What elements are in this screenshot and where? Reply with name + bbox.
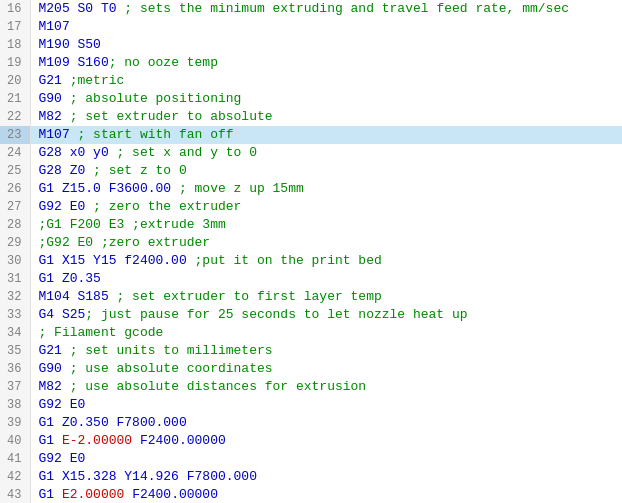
line-number: 37 [0,378,30,396]
code-line: G92 E0 [30,396,622,414]
table-row[interactable]: 21G90 ; absolute positioning [0,90,622,108]
code-segment: ; set extruder to absolute [70,109,273,124]
code-segment: ; no ooze temp [109,55,218,70]
code-line: G1 E2.00000 F2400.00000 [30,486,622,503]
table-row[interactable]: 25G28 Z0 ; set z to 0 [0,162,622,180]
code-segment: M104 S185 [39,289,117,304]
table-row[interactable]: 37M82 ; use absolute distances for extru… [0,378,622,396]
table-row[interactable]: 19M109 S160; no ooze temp [0,54,622,72]
line-number: 17 [0,18,30,36]
code-segment: G1 [39,433,62,448]
code-segment: G21 [39,73,70,88]
code-segment: M109 S160 [39,55,109,70]
table-row[interactable]: 42G1 X15.328 Y14.926 F7800.000 [0,468,622,486]
code-segment: ;G92 E0 ;zero extruder [39,235,211,250]
table-row[interactable]: 40G1 E-2.00000 F2400.00000 [0,432,622,450]
code-segment: G1 X15.328 Y14.926 F7800.000 [39,469,257,484]
line-number: 33 [0,306,30,324]
code-segment: G28 x0 y0 [39,145,117,160]
code-line: G21 ;metric [30,72,622,90]
table-row[interactable]: 36G90 ; use absolute coordinates [0,360,622,378]
table-row[interactable]: 28;G1 F200 E3 ;extrude 3mm [0,216,622,234]
code-segment: M82 [39,109,70,124]
table-row[interactable]: 20G21 ;metric [0,72,622,90]
code-line: G1 X15 Y15 f2400.00 ;put it on the print… [30,252,622,270]
code-segment: E-2.00000 [62,433,132,448]
code-line: M107 [30,18,622,36]
table-row[interactable]: 43G1 E2.00000 F2400.00000 [0,486,622,503]
code-segment: ; absolute positioning [70,91,242,106]
line-number: 30 [0,252,30,270]
line-number: 29 [0,234,30,252]
table-row[interactable]: 24G28 x0 y0 ; set x and y to 0 [0,144,622,162]
line-number: 32 [0,288,30,306]
line-number: 25 [0,162,30,180]
code-table: 16M205 S0 T0 ; sets the minimum extrudin… [0,0,622,503]
code-segment: F2400.00000 [124,487,218,502]
line-number: 39 [0,414,30,432]
code-segment: ; just pause for 25 seconds to let nozzl… [85,307,467,322]
table-row[interactable]: 30G1 X15 Y15 f2400.00 ;put it on the pri… [0,252,622,270]
code-segment: ; set x and y to 0 [117,145,257,160]
line-number: 20 [0,72,30,90]
table-row[interactable]: 18M190 S50 [0,36,622,54]
code-segment: G90 [39,91,70,106]
code-segment: G1 Z15.0 F3600.00 [39,181,179,196]
code-segment: M82 [39,379,70,394]
table-row[interactable]: 22M82 ; set extruder to absolute [0,108,622,126]
code-line: G4 S25; just pause for 25 seconds to let… [30,306,622,324]
line-number: 35 [0,342,30,360]
code-line: M190 S50 [30,36,622,54]
table-row[interactable]: 26G1 Z15.0 F3600.00 ; move z up 15mm [0,180,622,198]
code-segment: ; set extruder to first layer temp [117,289,382,304]
code-segment: G1 [39,487,62,502]
code-line: ; Filament gcode [30,324,622,342]
code-line: G28 x0 y0 ; set x and y to 0 [30,144,622,162]
table-row[interactable]: 33G4 S25; just pause for 25 seconds to l… [0,306,622,324]
table-row[interactable]: 31G1 Z0.35 [0,270,622,288]
line-number: 23 [0,126,30,144]
code-line: G90 ; use absolute coordinates [30,360,622,378]
code-line: G1 Z0.350 F7800.000 [30,414,622,432]
code-segment: ; zero the extruder [93,199,241,214]
code-segment: G1 Z0.350 F7800.000 [39,415,187,430]
code-segment: ; start with fan off [78,127,234,142]
table-row[interactable]: 41G92 E0 [0,450,622,468]
table-row[interactable]: 23M107 ; start with fan off [0,126,622,144]
code-line: G92 E0 [30,450,622,468]
code-segment: M107 [39,127,78,142]
code-editor: 16M205 S0 T0 ; sets the minimum extrudin… [0,0,622,503]
line-number: 34 [0,324,30,342]
table-row[interactable]: 39G1 Z0.350 F7800.000 [0,414,622,432]
code-line: G1 E-2.00000 F2400.00000 [30,432,622,450]
code-segment: ;G1 F200 E3 ;extrude 3mm [39,217,226,232]
line-number: 28 [0,216,30,234]
code-line: G1 X15.328 Y14.926 F7800.000 [30,468,622,486]
line-number: 42 [0,468,30,486]
code-line: M107 ; start with fan off [30,126,622,144]
code-line: M82 ; use absolute distances for extrusi… [30,378,622,396]
line-number: 36 [0,360,30,378]
line-number: 24 [0,144,30,162]
line-number: 19 [0,54,30,72]
table-row[interactable]: 16M205 S0 T0 ; sets the minimum extrudin… [0,0,622,18]
line-number: 16 [0,0,30,18]
table-row[interactable]: 34; Filament gcode [0,324,622,342]
table-row[interactable]: 29;G92 E0 ;zero extruder [0,234,622,252]
code-line: ;G92 E0 ;zero extruder [30,234,622,252]
code-line: G1 Z0.35 [30,270,622,288]
table-row[interactable]: 32M104 S185 ; set extruder to first laye… [0,288,622,306]
code-segment: ; use absolute distances for extrusion [70,379,366,394]
line-number: 26 [0,180,30,198]
code-segment: F2400.00000 [132,433,226,448]
table-row[interactable]: 17M107 [0,18,622,36]
code-segment: G92 E0 [39,451,86,466]
code-segment: ; set units to millimeters [70,343,273,358]
code-segment: M107 [39,19,70,34]
table-row[interactable]: 38G92 E0 [0,396,622,414]
code-segment: ; set z to 0 [93,163,187,178]
code-segment: M205 S0 T0 [39,1,125,16]
table-row[interactable]: 27G92 E0 ; zero the extruder [0,198,622,216]
table-row[interactable]: 35G21 ; set units to millimeters [0,342,622,360]
code-segment: ; use absolute coordinates [70,361,273,376]
